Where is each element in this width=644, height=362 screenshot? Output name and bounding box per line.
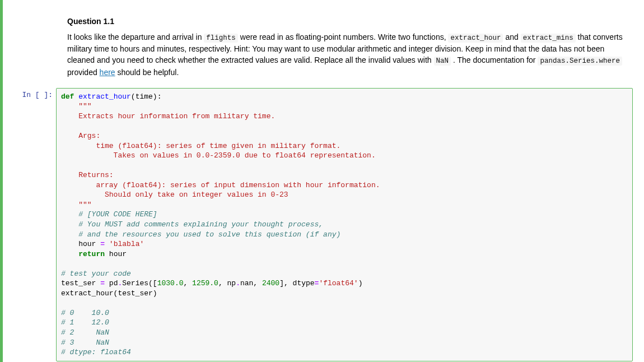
doc-link-here[interactable]: here <box>100 68 115 77</box>
code-input-area[interactable]: def extract_hour(time): """ Extracts hou… <box>56 88 633 361</box>
text: . The documentation for <box>453 55 538 64</box>
code-cell: In [ ]: def extract_hour(time): """ Extr… <box>0 88 644 361</box>
source-code[interactable]: def extract_hour(time): """ Extracts hou… <box>61 92 628 358</box>
question-title: Question 1.1 <box>67 17 633 26</box>
jupyter-page: Question 1.1 It looks like the departure… <box>0 0 644 362</box>
kw-def: def <box>61 92 74 101</box>
input-prompt: In [ ]: <box>4 88 56 99</box>
fn-name: extract_hour <box>78 92 131 101</box>
markdown-cell: Question 1.1 It looks like the departure… <box>0 17 644 78</box>
code-pandas-series-where: pandas.Series.where <box>538 57 622 66</box>
question-prose: It looks like the departure and arrival … <box>67 31 633 78</box>
code-extract-hour: extract_hour <box>448 34 503 43</box>
code-nan: NaN <box>434 57 451 66</box>
text: It looks like the departure and arrival … <box>67 33 204 41</box>
code-extract-mins: extract_mins <box>521 34 576 43</box>
text: should be helpful. <box>118 68 179 77</box>
text: and <box>505 33 520 41</box>
text: were read in as floating-point numbers. … <box>240 33 449 41</box>
nbgrader-green-bar <box>0 0 3 362</box>
text: provided <box>67 68 100 77</box>
code-flights: flights <box>204 34 238 43</box>
